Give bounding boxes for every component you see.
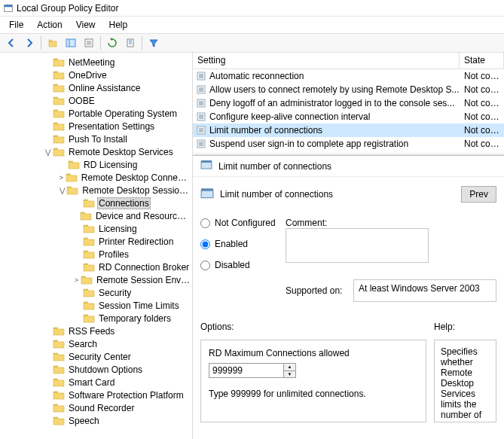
export-button[interactable] <box>122 35 139 51</box>
tree-item[interactable]: Printer Redirection <box>0 235 192 248</box>
tree-item[interactable]: Search <box>0 337 192 350</box>
tree-item[interactable]: Temporary folders <box>0 312 192 325</box>
supported-on-label: Supported on: <box>286 285 353 296</box>
radio-disabled[interactable]: Disabled <box>200 260 286 270</box>
setting-icon <box>196 98 206 108</box>
folder-icon <box>53 108 65 119</box>
tree-item[interactable]: Security <box>0 286 192 299</box>
tree-pane: NetMeetingOneDriveOnline AssistanceOOBEP… <box>0 53 193 439</box>
tree-item[interactable]: Portable Operating System <box>0 107 192 120</box>
settings-row[interactable]: Automatic reconnectionNot configured <box>193 69 504 83</box>
spin-down-icon[interactable]: ▼ <box>284 371 295 378</box>
tree-item[interactable]: Presentation Settings <box>0 120 192 133</box>
tree-item[interactable]: RD Licensing <box>0 158 192 171</box>
tree-item[interactable]: >Remote Session Environment <box>0 273 192 286</box>
folder-icon <box>53 390 65 401</box>
tree-item[interactable]: Session Time Limits <box>0 299 192 312</box>
show-hide-tree-button[interactable] <box>63 35 79 51</box>
folder-icon <box>80 211 92 221</box>
tree-item[interactable]: Security Center <box>0 350 192 363</box>
tree-item[interactable]: OneDrive <box>0 69 192 81</box>
tree-item[interactable]: Speech <box>0 414 192 427</box>
max-connections-input[interactable] <box>209 363 284 378</box>
settings-row[interactable]: Deny logoff of an administrator logged i… <box>193 96 504 110</box>
svg-rect-35 <box>201 162 212 169</box>
settings-row[interactable]: Configure keep-alive connection interval… <box>193 110 504 123</box>
tree-item-label: RSS Feeds <box>67 326 116 337</box>
option-hint: Type 999999 for unlimited connections. <box>209 389 418 399</box>
tree-item-label: Remote Desktop Services <box>67 147 175 157</box>
folder-icon <box>53 121 65 132</box>
spin-up-icon[interactable]: ▲ <box>284 364 295 371</box>
tree-item-label: Search <box>67 339 99 349</box>
tree-item[interactable]: Device and Resource Redirection <box>0 209 192 222</box>
tree-item[interactable]: ⋁Remote Desktop Session Host <box>0 184 192 197</box>
tree-item[interactable]: Connections <box>0 197 192 209</box>
chevron-right-icon[interactable]: > <box>72 275 81 285</box>
svg-rect-38 <box>201 188 213 191</box>
folder-icon <box>83 249 95 260</box>
tree-item[interactable]: Online Assistance <box>0 81 192 94</box>
tree-item[interactable]: Sound Recorder <box>0 401 192 414</box>
radio-enabled[interactable]: Enabled <box>200 239 286 249</box>
column-state[interactable]: State <box>460 53 504 69</box>
help-panel: Specifies whether Remote Desktop Service… <box>434 340 496 422</box>
comment-textbox[interactable] <box>286 228 429 263</box>
tree-item[interactable]: Software Protection Platform <box>0 389 192 401</box>
tree-item-label: Printer Redirection <box>97 236 175 247</box>
forward-button[interactable] <box>21 35 38 51</box>
menu-file[interactable]: File <box>3 18 29 32</box>
list-header: Setting State <box>193 53 504 69</box>
chevron-down-icon[interactable]: ⋁ <box>57 185 66 196</box>
settings-row[interactable]: Limit number of connectionsNot configure… <box>193 123 504 137</box>
dialog-title: Limit number of connections <box>218 161 331 172</box>
tree-item[interactable]: RD Connection Broker <box>0 261 192 273</box>
folder-icon <box>53 377 65 388</box>
tree-item[interactable]: Shutdown Options <box>0 363 192 376</box>
setting-label: Configure keep-alive connection interval <box>209 111 370 122</box>
settings-row[interactable]: Suspend user sign-in to complete app reg… <box>193 137 504 151</box>
properties-button[interactable] <box>81 35 97 51</box>
setting-state: Not configured <box>460 125 504 136</box>
tree-item[interactable]: >Remote Desktop Connection Client <box>0 171 192 184</box>
tree-item-label: Remote Session Environment <box>95 275 192 285</box>
folder-icon <box>53 147 65 157</box>
refresh-button[interactable] <box>104 35 121 51</box>
tree-item[interactable]: Push To Install <box>0 133 192 145</box>
back-button[interactable] <box>3 35 20 51</box>
tree-item-label: Push To Install <box>67 134 129 145</box>
folder-icon <box>68 160 80 170</box>
chevron-down-icon[interactable]: ⋁ <box>42 147 53 157</box>
folder-icon <box>53 83 65 93</box>
radio-not-configured[interactable]: Not Configured <box>200 218 286 228</box>
tree-item[interactable]: OOBE <box>0 94 192 107</box>
tree-item[interactable]: RSS Feeds <box>0 325 192 337</box>
number-spinner[interactable]: ▲▼ <box>284 363 296 378</box>
tree-item[interactable]: ⋁Remote Desktop Services <box>0 145 192 158</box>
nav-tree[interactable]: NetMeetingOneDriveOnline AssistanceOOBEP… <box>0 56 192 427</box>
options-heading: Options: <box>200 322 434 332</box>
folder-icon <box>53 364 65 375</box>
folder-icon <box>66 172 78 183</box>
tree-item-label: Portable Operating System <box>67 108 179 119</box>
settings-row[interactable]: Allow users to connect remotely by using… <box>193 83 504 96</box>
folder-icon <box>83 300 95 311</box>
column-setting[interactable]: Setting <box>193 53 460 69</box>
previous-setting-button[interactable]: Prev <box>461 186 496 203</box>
folder-icon <box>83 236 95 247</box>
tree-item[interactable]: Licensing <box>0 222 192 235</box>
up-button[interactable] <box>44 35 61 51</box>
settings-list[interactable]: Automatic reconnectionNot configuredAllo… <box>193 69 504 151</box>
app-icon <box>3 3 14 14</box>
tree-item[interactable]: NetMeeting <box>0 56 192 69</box>
tree-item-label: Software Protection Platform <box>67 390 185 401</box>
svg-rect-37 <box>201 190 213 197</box>
tree-item[interactable]: Smart Card <box>0 376 192 389</box>
menu-help[interactable]: Help <box>103 18 134 32</box>
filter-button[interactable] <box>145 35 162 51</box>
help-heading: Help: <box>434 322 496 332</box>
tree-item[interactable]: Profiles <box>0 248 192 261</box>
menu-view[interactable]: View <box>70 18 102 32</box>
chevron-right-icon[interactable]: > <box>57 172 66 183</box>
menu-action[interactable]: Action <box>31 18 68 32</box>
